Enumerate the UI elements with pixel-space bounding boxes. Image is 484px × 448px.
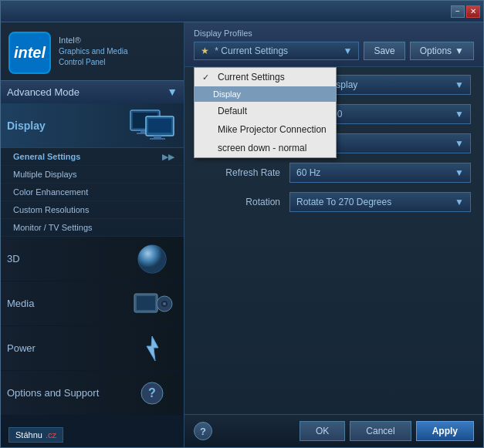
intel-logo: intel	[8, 32, 51, 74]
refresh-rate-label: Refresh Rate	[197, 167, 289, 178]
subnav-color-enhancement[interactable]: Color Enhancement	[1, 184, 184, 201]
dropdown-item-default[interactable]: Default	[195, 102, 336, 120]
profile-bar: Display Profiles ★ * Current Settings ▼ …	[184, 22, 483, 67]
profile-dropdown-menu: ✓ Current Settings Display Default Mike …	[194, 67, 337, 158]
bottom-bar: ? OK Cancel Apply	[184, 414, 483, 447]
intel-logo-area: intel Intel® Graphics and Media Control …	[1, 22, 184, 80]
svg-rect-6	[154, 136, 161, 138]
media-icon	[127, 286, 178, 321]
profile-current-value: * Current Settings	[215, 45, 288, 56]
save-button[interactable]: Save	[364, 42, 404, 60]
title-bar: − ✕	[1, 1, 483, 22]
svg-rect-11	[137, 296, 155, 310]
subnav-multiple-displays[interactable]: Multiple Displays	[1, 166, 184, 184]
options-support-icon: ?	[127, 376, 178, 410]
svg-text:?: ?	[148, 386, 156, 399]
profile-dropdown[interactable]: ★ * Current Settings ▼	[194, 42, 359, 60]
options-button[interactable]: Options ▼	[410, 42, 474, 60]
display-control-arrow: ▼	[455, 79, 464, 90]
rotation-control[interactable]: Rotate To 270 Degrees ▼	[289, 192, 471, 212]
dropdown-item-mike[interactable]: Mike Projector Connection	[195, 120, 336, 139]
star-icon: ★	[201, 45, 209, 56]
category-3d[interactable]: 3D	[1, 237, 184, 281]
advanced-mode-bar[interactable]: Advanced Mode ▼	[1, 80, 184, 103]
stahnu-text: Stáhnu	[15, 430, 42, 440]
refresh-rate-setting-row: Refresh Rate 60 Hz ▼	[197, 163, 471, 183]
sidebar-bottom: Stáhnu .cz	[1, 423, 184, 447]
apply-button[interactable]: Apply	[416, 421, 474, 441]
right-panel: Display Profiles ★ * Current Settings ▼ …	[184, 22, 483, 447]
cancel-button[interactable]: Cancel	[350, 421, 411, 441]
svg-marker-15	[147, 336, 158, 361]
dropdown-item-screen-down[interactable]: screen down - normal	[195, 139, 336, 157]
app-title: Intel® Graphics and Media Control Panel	[59, 32, 128, 68]
category-media[interactable]: Media	[1, 281, 184, 326]
rotation-setting-row: Rotation Rotate To 270 Degrees ▼	[197, 192, 471, 212]
advanced-mode-label: Advanced Mode	[7, 86, 80, 98]
close-button[interactable]: ✕	[466, 5, 480, 18]
power-icon	[127, 331, 178, 365]
rotation-arrow: ▼	[455, 197, 464, 207]
subnav-monitor-tv-settings[interactable]: Monitor / TV Settings	[1, 219, 184, 237]
content-area: intel Intel® Graphics and Media Control …	[1, 22, 483, 447]
help-button[interactable]: ?	[194, 422, 212, 440]
checkmark-icon: ✓	[202, 72, 213, 83]
category-options-support[interactable]: Options and Support ?	[1, 371, 184, 416]
profile-label: Display Profiles	[194, 29, 474, 38]
subnav-arrows: ▶▶	[162, 153, 174, 161]
3d-icon	[127, 241, 178, 276]
refresh-rate-arrow: ▼	[455, 167, 464, 178]
stahnu-cz: .cz	[46, 430, 56, 440]
color-depth-arrow: ▼	[455, 138, 464, 149]
main-window: − ✕ intel Intel® Graphics and Media Cont…	[0, 0, 484, 448]
display-icon	[127, 108, 178, 143]
refresh-rate-control[interactable]: 60 Hz ▼	[289, 163, 471, 183]
svg-point-14	[163, 302, 166, 305]
subnav-general-settings[interactable]: General Settings ▶▶	[1, 148, 184, 166]
dropdown-item-current[interactable]: ✓ Current Settings	[195, 68, 336, 86]
minimize-button[interactable]: −	[451, 5, 465, 18]
category-power[interactable]: Power	[1, 326, 184, 371]
advanced-mode-arrow: ▼	[167, 86, 178, 98]
subnav-custom-resolutions[interactable]: Custom Resolutions	[1, 201, 184, 219]
svg-rect-7	[150, 138, 165, 140]
resolution-control-arrow: ▼	[455, 109, 464, 120]
display-nav-label: Display	[7, 120, 123, 132]
rotation-label: Rotation	[197, 197, 289, 207]
svg-point-9	[138, 245, 166, 273]
profile-dropdown-arrow: ▼	[344, 45, 353, 56]
dropdown-separator: Display	[195, 86, 336, 102]
profile-row: ★ * Current Settings ▼ Save Options ▼	[194, 42, 474, 60]
ok-button[interactable]: OK	[300, 421, 345, 441]
sidebar: intel Intel® Graphics and Media Control …	[1, 22, 184, 447]
display-nav-item[interactable]: Display	[1, 103, 184, 148]
svg-rect-5	[148, 119, 171, 133]
stahnu-logo: Stáhnu .cz	[8, 427, 63, 443]
bottom-buttons: OK Cancel Apply	[300, 421, 474, 441]
